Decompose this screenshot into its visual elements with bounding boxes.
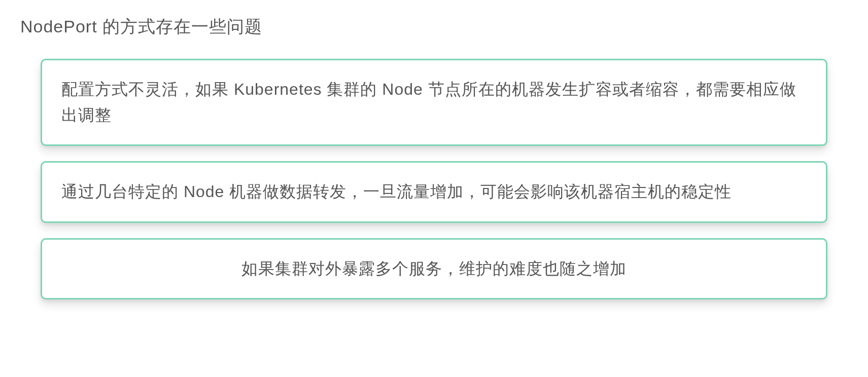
card-text: 通过几台特定的 Node 机器做数据转发，一旦流量增加，可能会影响该机器宿主机的… — [61, 179, 807, 205]
info-card: 配置方式不灵活，如果 Kubernetes 集群的 Node 节点所在的机器发生… — [41, 59, 827, 146]
cards-container: 配置方式不灵活，如果 Kubernetes 集群的 Node 节点所在的机器发生… — [20, 59, 848, 299]
page-title: NodePort 的方式存在一些问题 — [20, 15, 848, 39]
info-card: 通过几台特定的 Node 机器做数据转发，一旦流量增加，可能会影响该机器宿主机的… — [41, 161, 827, 222]
info-card: 如果集群对外暴露多个服务，维护的难度也随之增加 — [41, 238, 827, 299]
card-text: 配置方式不灵活，如果 Kubernetes 集群的 Node 节点所在的机器发生… — [61, 77, 807, 128]
card-text: 如果集群对外暴露多个服务，维护的难度也随之增加 — [61, 256, 807, 282]
